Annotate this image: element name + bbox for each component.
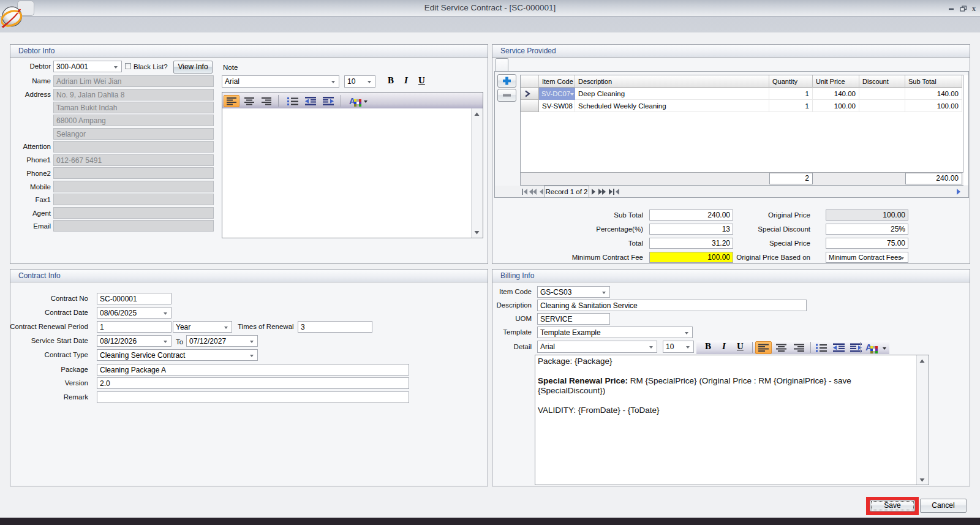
svg-text:x: x bbox=[972, 6, 976, 13]
